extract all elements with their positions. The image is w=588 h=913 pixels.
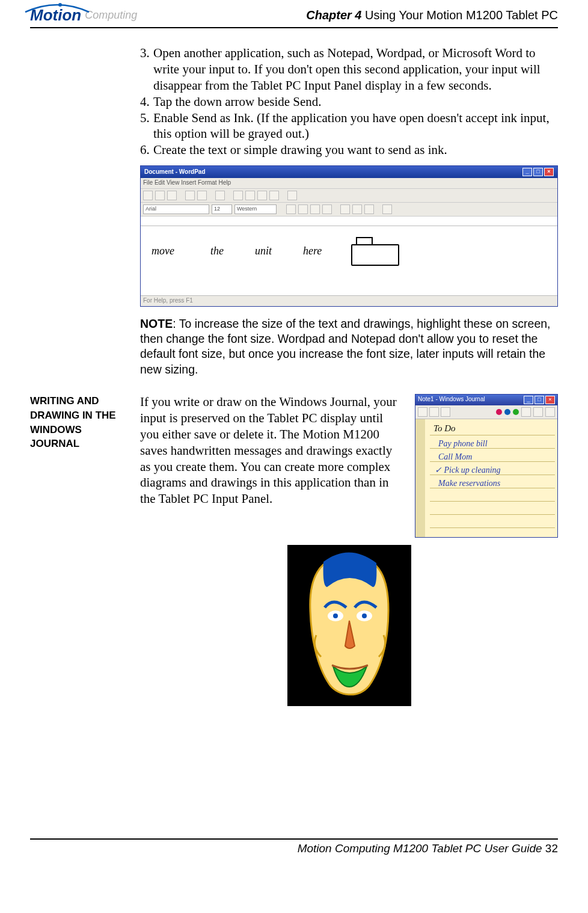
ink-word-2: the bbox=[210, 244, 224, 258]
save-icon bbox=[167, 191, 177, 200]
journal-todo-heading: To Do bbox=[433, 423, 456, 434]
minimize-icon: _ bbox=[522, 168, 532, 176]
footer-title: Motion Computing M1200 Tablet PC User Gu… bbox=[298, 842, 542, 855]
close-icon: × bbox=[544, 168, 554, 176]
face-drawing bbox=[287, 545, 411, 706]
wordpad-ruler bbox=[141, 217, 557, 226]
cut-icon bbox=[441, 407, 450, 417]
flag-icon bbox=[533, 407, 543, 417]
close-icon: × bbox=[545, 396, 555, 404]
underline-icon bbox=[310, 204, 320, 214]
align-right-icon bbox=[364, 204, 374, 214]
journal-titlebar: Note1 - Windows Journal _ □ × bbox=[415, 395, 557, 405]
wordpad-titlebar: Document - WordPad _ □ × bbox=[141, 166, 557, 178]
italic-icon bbox=[298, 204, 308, 214]
find-icon bbox=[215, 191, 225, 200]
pen-color-icon bbox=[496, 409, 502, 415]
copy-icon bbox=[245, 191, 255, 200]
align-center-icon bbox=[352, 204, 362, 214]
font-dropdown: Arial bbox=[143, 204, 209, 214]
journal-item-2: Call Mom bbox=[438, 452, 472, 463]
svg-point-5 bbox=[362, 613, 367, 618]
fontsize-dropdown: 12 bbox=[212, 204, 232, 214]
numbered-steps: 3.Open another application, such as Note… bbox=[140, 45, 558, 158]
svg-point-0 bbox=[58, 3, 62, 7]
note-body: : To increase the size of the text and d… bbox=[140, 317, 551, 376]
pen-color-icon bbox=[504, 409, 510, 415]
journal-item-4: Make reservations bbox=[438, 478, 500, 489]
logo-main-text: Motion bbox=[30, 6, 81, 25]
bullets-icon bbox=[382, 204, 392, 214]
eraser-icon bbox=[521, 407, 531, 417]
color-icon bbox=[322, 204, 332, 214]
new-icon bbox=[418, 407, 427, 417]
wordpad-menubar: File Edit View Insert Format Help bbox=[141, 178, 557, 188]
save-icon bbox=[429, 407, 439, 417]
paste-icon bbox=[257, 191, 267, 200]
cut-icon bbox=[233, 191, 243, 200]
journal-item-3: ✓ Pick up cleaning bbox=[435, 465, 501, 476]
wordpad-title-text: Document - WordPad bbox=[144, 168, 205, 176]
journal-title-text: Note1 - Windows Journal bbox=[418, 396, 485, 404]
minimize-icon: _ bbox=[524, 396, 533, 404]
note-label: NOTE bbox=[140, 317, 173, 330]
step-4: 4.Tap the down arrow beside Send. bbox=[140, 94, 558, 110]
svg-point-4 bbox=[333, 613, 338, 618]
maximize-icon: □ bbox=[534, 396, 544, 404]
logo-sub-text: Computing bbox=[85, 9, 137, 22]
script-dropdown: Western bbox=[234, 204, 277, 214]
wordpad-toolbar bbox=[141, 188, 557, 203]
maximize-icon: □ bbox=[533, 168, 543, 176]
step-3: 3.Open another application, such as Note… bbox=[140, 45, 558, 94]
step-6: 6.Create the text or simple drawing you … bbox=[140, 142, 558, 158]
journal-page: To Do Pay phone bill Call Mom ✓ Pick up … bbox=[415, 419, 557, 537]
journal-screenshot: Note1 - Windows Journal _ □ × bbox=[415, 394, 558, 538]
more-icon bbox=[545, 407, 555, 417]
page-footer: Motion Computing M1200 Tablet PC User Gu… bbox=[30, 838, 558, 855]
ink-word-4: here bbox=[303, 244, 322, 258]
brand-logo: Motion Computing bbox=[30, 6, 137, 25]
wordpad-format-bar: Arial 12 Western bbox=[141, 203, 557, 217]
note-block: NOTE: To increase the size of the text a… bbox=[140, 316, 558, 377]
journal-paragraph: If you write or draw on the Windows Jour… bbox=[140, 394, 404, 507]
print-icon bbox=[185, 191, 195, 200]
align-left-icon bbox=[340, 204, 350, 214]
new-icon bbox=[143, 191, 153, 200]
chapter-heading: Chapter 4 Using Your Motion M1200 Tablet… bbox=[306, 8, 558, 22]
pen-color-icon bbox=[513, 409, 519, 415]
page-header: Motion Computing Chapter 4 Using Your Mo… bbox=[30, 6, 558, 28]
journal-item-1: Pay phone bill bbox=[438, 438, 488, 449]
step-5: 5.Enable Send as Ink. (If the applicatio… bbox=[140, 110, 558, 143]
section-heading: WRITING AND DRAWING IN THE WINDOWS JOURN… bbox=[30, 394, 129, 706]
ink-word-3: unit bbox=[255, 244, 272, 258]
swoosh-icon bbox=[24, 2, 90, 14]
open-icon bbox=[155, 191, 165, 200]
wordpad-canvas: move the unit here bbox=[141, 226, 557, 295]
ink-word-1: move bbox=[152, 244, 174, 258]
chapter-title: Using Your Motion M1200 Tablet PC bbox=[362, 8, 559, 22]
wordpad-screenshot: Document - WordPad _ □ × File Edit View … bbox=[140, 165, 558, 307]
bold-icon bbox=[286, 204, 296, 214]
chapter-number: Chapter 4 bbox=[306, 8, 361, 22]
journal-toolbar bbox=[415, 405, 557, 419]
undo-icon bbox=[269, 191, 279, 200]
date-icon bbox=[287, 191, 297, 200]
footer-page-number: 32 bbox=[542, 842, 558, 855]
preview-icon bbox=[197, 191, 207, 200]
wordpad-statusbar: For Help, press F1 bbox=[141, 295, 557, 306]
ink-drawing-box bbox=[351, 244, 399, 266]
